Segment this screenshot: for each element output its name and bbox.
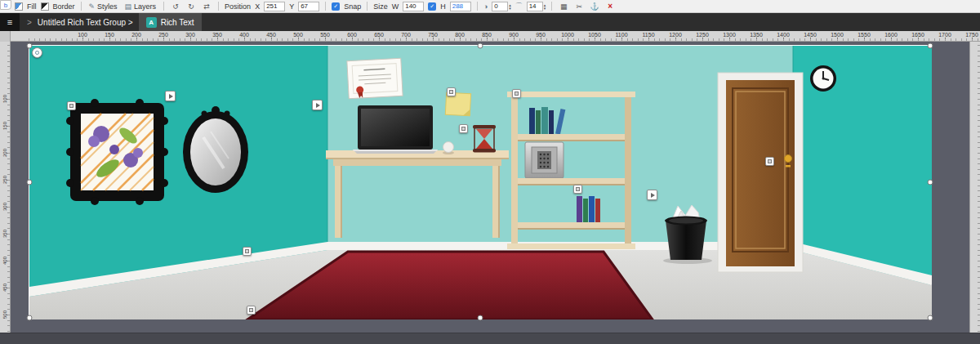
marker-layer <box>29 46 930 318</box>
menu-button[interactable]: ≡ <box>0 13 20 31</box>
y-input[interactable] <box>298 2 319 11</box>
artboard[interactable] <box>29 45 931 319</box>
opacity-spinner[interactable]: ▴ ▾ <box>492 2 511 11</box>
rotate-badge[interactable] <box>32 47 42 58</box>
ruler-corner <box>0 31 11 42</box>
selection-handle[interactable] <box>928 179 933 185</box>
styles-icon: ✎ <box>89 2 96 11</box>
selection-handle[interactable] <box>27 315 33 321</box>
selection-handle[interactable] <box>27 43 33 49</box>
separator <box>163 2 164 11</box>
separator <box>367 2 368 11</box>
opacity-icon: ◑ <box>483 2 488 11</box>
crop-button[interactable]: ✂ <box>573 2 585 11</box>
object-marker[interactable] <box>243 247 252 256</box>
x-input[interactable] <box>264 2 285 11</box>
delete-button[interactable]: × <box>604 1 616 11</box>
layers-label: Layers <box>134 2 156 11</box>
anchor-button[interactable]: ⚓ <box>589 2 600 11</box>
grid-button[interactable]: ▦ <box>558 2 569 11</box>
y-label: Y <box>289 2 294 11</box>
selection-handle[interactable] <box>477 43 483 49</box>
v-ruler-numbers: 100150200250300350400450500 <box>0 42 10 333</box>
breadcrumb-bar: ≡ > Untitled Rich Text Group > A Rich Te… <box>0 13 980 31</box>
app-window: b Fill Border ✎ Styles ▤ Layers ↺ ↻ ⇄ Po… <box>0 0 980 344</box>
tab-rich-text[interactable]: A Rich Text <box>139 13 202 31</box>
separator <box>477 2 478 11</box>
snap-label: Snap <box>344 2 361 11</box>
horizontal-ruler[interactable]: 1001502002503003504004505005506006507007… <box>0 31 980 42</box>
object-marker[interactable] <box>247 306 256 315</box>
w-input[interactable] <box>403 2 424 11</box>
w-label: W <box>392 2 399 11</box>
x-label: X <box>255 2 260 11</box>
object-marker[interactable] <box>67 101 76 110</box>
separator <box>551 2 552 11</box>
radius-spinner[interactable]: ▴ ▾ <box>527 2 546 11</box>
object-marker[interactable] <box>459 124 468 133</box>
radius-input[interactable] <box>527 2 543 11</box>
play-marker[interactable] <box>312 100 323 110</box>
position-label: Position <box>225 2 251 11</box>
separator <box>325 2 326 11</box>
h-label: H <box>440 2 446 11</box>
spinner-arrows[interactable]: ▴ ▾ <box>509 3 511 10</box>
flip-button[interactable]: ⇄ <box>201 2 212 11</box>
selection-handle[interactable] <box>928 315 933 321</box>
spinner-arrows[interactable]: ▴ ▾ <box>544 3 546 10</box>
layers-button[interactable]: ▤ Layers <box>123 2 158 11</box>
tab-label: Rich Text <box>161 18 194 27</box>
canvas-viewport[interactable] <box>11 42 969 333</box>
h-input[interactable] <box>450 2 471 11</box>
snap-checkbox[interactable]: ✓ <box>332 2 340 11</box>
link-dimensions-checkbox[interactable]: ✓ <box>428 2 436 11</box>
selection-handle[interactable] <box>27 179 33 185</box>
styles-label: Styles <box>97 2 118 11</box>
rotate-ccw-button[interactable]: ↺ <box>170 2 181 11</box>
vertical-ruler[interactable]: 100150200250300350400450500 <box>0 42 11 333</box>
fill-label: Fill <box>27 2 37 11</box>
border-label: Border <box>53 2 75 11</box>
selection-handle[interactable] <box>928 43 933 49</box>
size-label: Size <box>373 2 388 11</box>
spin-down-icon[interactable]: ▾ <box>509 7 511 10</box>
object-marker[interactable] <box>512 89 521 98</box>
fill-swatch[interactable] <box>15 2 23 11</box>
rich-text-icon: A <box>146 17 157 28</box>
opacity-input[interactable] <box>492 2 508 11</box>
breadcrumb-chevron: > <box>27 18 32 27</box>
play-marker[interactable] <box>647 190 657 200</box>
play-marker[interactable] <box>165 91 176 101</box>
separator <box>218 2 219 11</box>
corner-radius-icon: ⌒ <box>515 1 523 11</box>
breadcrumb-group[interactable]: Untitled Rich Text Group > <box>38 18 133 27</box>
layers-icon: ▤ <box>125 2 132 11</box>
object-marker[interactable] <box>765 157 774 166</box>
h-ruler-numbers: 1001502002503003504004505005506006507007… <box>0 31 980 41</box>
format-toolbar: Fill Border ✎ Styles ▤ Layers ↺ ↻ ⇄ Posi… <box>0 0 980 13</box>
right-vertical-ruler[interactable] <box>969 42 980 333</box>
spin-down-icon[interactable]: ▾ <box>544 7 546 10</box>
selection-handle[interactable] <box>477 315 483 321</box>
separator <box>81 2 82 11</box>
object-marker[interactable] <box>447 87 456 96</box>
bottom-bar[interactable] <box>0 333 980 344</box>
corner-badge[interactable]: b <box>0 0 11 10</box>
border-swatch[interactable] <box>41 2 49 11</box>
styles-button[interactable]: ✎ Styles <box>87 2 119 11</box>
object-marker[interactable] <box>573 185 582 194</box>
rotate-cw-button[interactable]: ↻ <box>185 2 197 11</box>
